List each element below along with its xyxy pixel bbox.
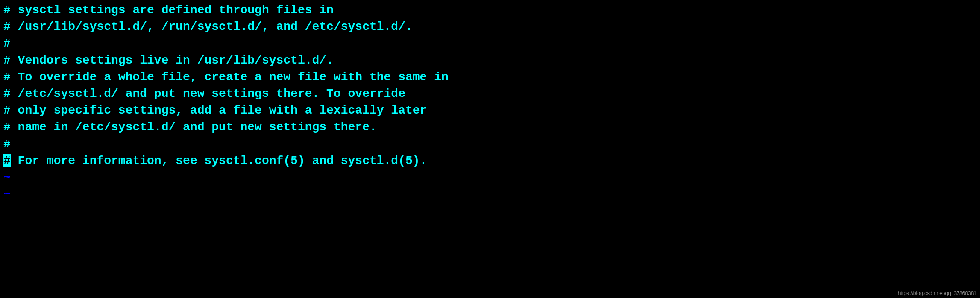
empty-line-tilde: ~ [3, 186, 977, 202]
empty-line-tilde: ~ [3, 169, 977, 186]
comment-line: # To override a whole file, create a new… [3, 69, 977, 85]
watermark: https://blog.csdn.net/qq_37860381 [898, 290, 977, 297]
cursor-line-rest: For more information, see sysctl.conf(5)… [11, 154, 427, 167]
comment-line: # name in /etc/sysctl.d/ and put new set… [3, 119, 977, 135]
file-content: # sysctl settings are defined through fi… [3, 2, 977, 202]
cursor: # [3, 154, 11, 167]
cursor-line: # For more information, see sysctl.conf(… [3, 152, 977, 169]
comment-line: # only specific settings, add a file wit… [3, 102, 977, 119]
vim-editor[interactable]: # sysctl settings are defined through fi… [3, 2, 977, 202]
comment-line: # /usr/lib/sysctl.d/, /run/sysctl.d/, an… [3, 18, 977, 35]
comment-line: # sysctl settings are defined through fi… [3, 2, 977, 18]
comment-line: # [3, 136, 977, 152]
comment-line: # /etc/sysctl.d/ and put new settings th… [3, 85, 977, 102]
comment-line: # Vendors settings live in /usr/lib/sysc… [3, 52, 977, 69]
comment-line: # [3, 35, 977, 52]
